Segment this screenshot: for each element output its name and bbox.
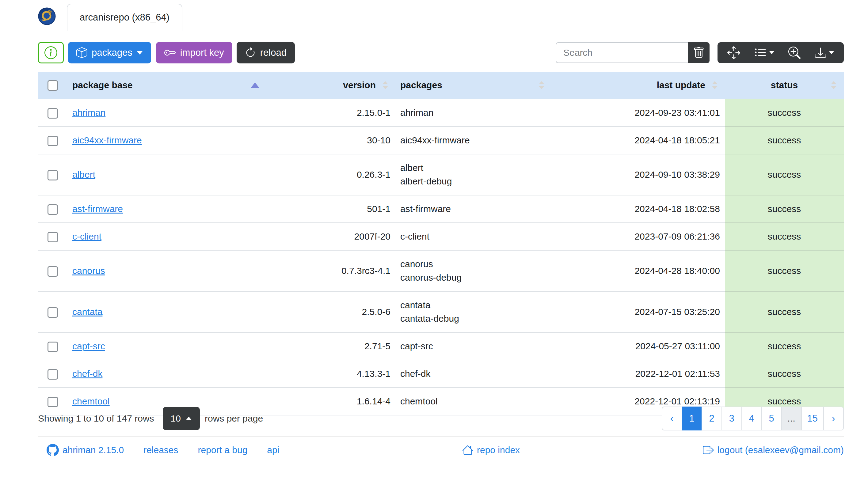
api-link[interactable]: api	[267, 445, 279, 455]
row-checkbox[interactable]	[48, 369, 58, 380]
table-footer: Showing 1 to 10 of 147 rows 10 rows per …	[38, 406, 844, 431]
page-button-3[interactable]: 3	[721, 407, 742, 430]
arrows-move-icon	[727, 46, 740, 59]
page-footer: ahriman 2.15.0 releases report a bug api…	[38, 436, 844, 456]
table-row: cantata2.5.0-6cantatacantata-debug2024-0…	[38, 291, 844, 332]
row-checkbox[interactable]	[48, 108, 58, 119]
package-name: albert	[400, 161, 547, 174]
list-icon	[754, 46, 767, 59]
pagination: ‹12345...15›	[662, 407, 844, 430]
status-badge: success	[725, 332, 844, 360]
table-row: ast-firmware501-1ast-firmware2024-04-18 …	[38, 195, 844, 223]
page-size-dropdown[interactable]: 10	[163, 407, 200, 430]
package-name: cantata-debug	[400, 312, 547, 325]
row-checkbox[interactable]	[48, 307, 58, 318]
packages-button-label: packages	[92, 47, 132, 58]
select-all-checkbox[interactable]	[48, 80, 58, 91]
row-checkbox[interactable]	[48, 232, 58, 242]
version-cell: 2.15.0-1	[276, 99, 395, 127]
package-base-link[interactable]: c-client	[72, 231, 101, 242]
package-base-link[interactable]: albert	[72, 169, 95, 180]
column-header-last-update[interactable]: last update	[552, 72, 725, 99]
package-base-link[interactable]: canorus	[72, 266, 105, 276]
info-button[interactable]	[38, 42, 64, 63]
package-name: aic94xx-firmware	[400, 134, 547, 147]
packages-dropdown-button[interactable]: packages	[68, 42, 151, 63]
table-row: canorus0.7.3rc3-4.1canoruscanorus-debug2…	[38, 250, 844, 291]
package-name: cantata	[400, 298, 547, 312]
package-base-link[interactable]: chef-dk	[72, 368, 102, 379]
column-header-packages[interactable]: packages	[395, 72, 552, 99]
row-checkbox[interactable]	[48, 136, 58, 146]
sort-both-icon	[831, 81, 836, 89]
toggle-search-button[interactable]	[788, 46, 801, 59]
rows-per-page-label: rows per page	[205, 413, 263, 424]
page-button-5[interactable]: 5	[761, 407, 782, 430]
package-base-link[interactable]: ahriman	[72, 107, 105, 118]
reload-icon	[245, 47, 256, 58]
package-table-body: ahriman2.15.0-1ahriman2024-09-23 03:41:0…	[38, 99, 844, 415]
page-button-1[interactable]: 1	[682, 407, 702, 430]
version-cell: 2007f-20	[276, 223, 395, 250]
package-base-link[interactable]: aic94xx-firmware	[72, 135, 142, 145]
columns-dropdown-button[interactable]	[754, 46, 774, 59]
column-header-package-base[interactable]: package base	[67, 72, 276, 99]
table-tools-group	[717, 42, 844, 63]
row-checkbox[interactable]	[48, 342, 58, 352]
status-badge: success	[725, 154, 844, 195]
last-update-cell: 2024-04-18 18:02:58	[552, 195, 725, 223]
zoom-in-icon	[788, 46, 801, 59]
pagination-summary: Showing 1 to 10 of 147 rows	[38, 413, 154, 424]
footer-left-links: ahriman 2.15.0 releases report a bug api	[46, 444, 279, 456]
package-name: ahriman	[400, 106, 547, 120]
next-page-button[interactable]: ›	[823, 407, 844, 430]
package-name: canorus-debug	[400, 271, 547, 284]
clear-search-button[interactable]	[688, 42, 710, 63]
export-dropdown-button[interactable]	[815, 47, 834, 59]
download-icon	[815, 47, 826, 59]
reload-button[interactable]: reload	[237, 42, 295, 63]
page-button-2[interactable]: 2	[702, 407, 722, 430]
packages-cell: c-client	[395, 223, 552, 250]
table-row: capt-src2.71-5capt-src2024-05-27 03:11:0…	[38, 332, 844, 360]
import-key-button-label: import key	[180, 47, 224, 58]
package-base-link[interactable]: cantata	[72, 307, 102, 317]
previous-page-button[interactable]: ‹	[662, 407, 682, 430]
status-badge: success	[725, 250, 844, 291]
search-input[interactable]	[556, 42, 688, 63]
page-button-4[interactable]: 4	[741, 407, 762, 430]
page-ellipsis[interactable]: ...	[781, 407, 802, 430]
version-cell: 501-1	[276, 195, 395, 223]
table-row: albert0.26.3-1albertalbert-debug2024-09-…	[38, 154, 844, 195]
fullscreen-button[interactable]	[727, 46, 740, 59]
last-update-cell: 2024-07-15 03:25:20	[552, 291, 725, 332]
report-bug-link[interactable]: report a bug	[198, 445, 248, 455]
repo-index-link[interactable]: repo index	[462, 445, 520, 456]
row-checkbox[interactable]	[48, 266, 58, 277]
sort-ascending-icon	[251, 83, 259, 88]
column-header-status[interactable]: status	[725, 72, 844, 99]
repo-tab-label: arcanisrepo (x86_64)	[80, 12, 169, 23]
table-header-row: package base version packages last updat…	[38, 72, 844, 99]
status-badge: success	[725, 360, 844, 388]
package-base-link[interactable]: chemtool	[72, 396, 110, 406]
column-header-version[interactable]: version	[276, 72, 395, 99]
repo-tab[interactable]: arcanisrepo (x86_64)	[67, 4, 182, 31]
package-base-link[interactable]: ast-firmware	[72, 204, 123, 214]
box-icon	[76, 47, 87, 58]
package-base-link[interactable]: capt-src	[72, 341, 105, 351]
page-button-15[interactable]: 15	[801, 407, 824, 430]
import-key-button[interactable]: import key	[156, 42, 232, 63]
package-name: albert-debug	[400, 174, 547, 188]
row-checkbox[interactable]	[48, 170, 58, 181]
info-circle-icon	[44, 46, 57, 59]
releases-link[interactable]: releases	[144, 445, 178, 455]
row-checkbox[interactable]	[48, 204, 58, 215]
packages-cell: canoruscanorus-debug	[395, 250, 552, 291]
package-name: ast-firmware	[400, 202, 547, 216]
version-link[interactable]: ahriman 2.15.0	[46, 444, 124, 456]
app-logo	[38, 7, 56, 25]
sort-both-icon	[712, 81, 717, 89]
packages-cell: ast-firmware	[395, 195, 552, 223]
logout-link[interactable]: logout (esalexeev@gmail.com)	[703, 445, 844, 456]
